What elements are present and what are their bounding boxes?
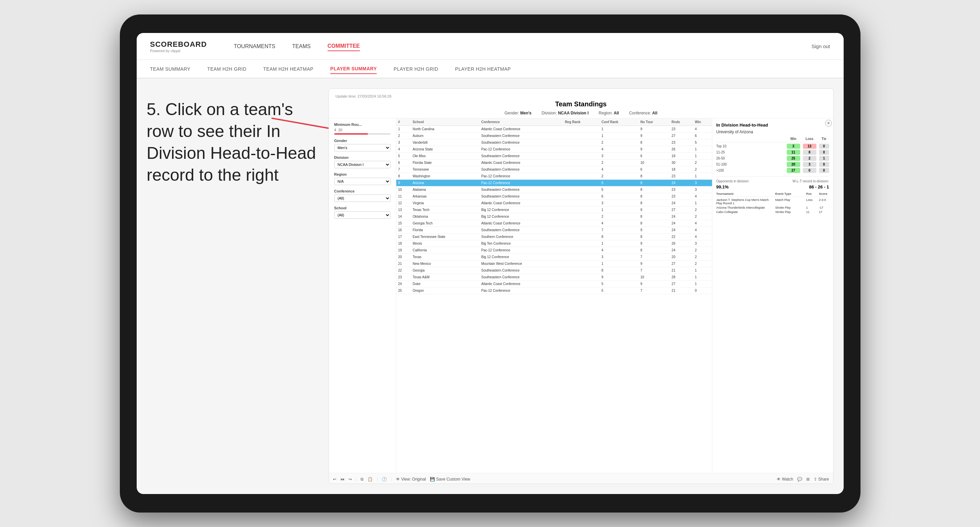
- tournament-row-2[interactable]: Arizona Thunderbirds Intercollegiate Str…: [716, 206, 829, 210]
- record-value: 86 - 26 - 1: [809, 184, 829, 189]
- col-reg-rank: Reg Rank: [563, 119, 600, 126]
- save-custom-button[interactable]: 💾 Save Custom View: [430, 477, 470, 482]
- table-row[interactable]: 15 Georgia Tech Atlantic Coast Conferenc…: [396, 220, 712, 227]
- filter-conference: Conference: All: [629, 111, 657, 116]
- divh2h-panel: In Division Head-to-Head ✕ University of…: [712, 119, 833, 473]
- table-row[interactable]: 20 Texas Big 12 Conference 3 7 20 2: [396, 254, 712, 260]
- table-row[interactable]: 14 Oklahoma Big 12 Conference 2 8 24 2: [396, 213, 712, 220]
- divh2h-tournaments: Tournament Event Type Pos Score Jackson …: [716, 192, 829, 214]
- conference-label: Conference: [334, 189, 391, 193]
- division-select[interactable]: NCAA Division I: [334, 161, 391, 168]
- table-row[interactable]: 5 Ole Miss Southeastern Conference 3 6 1…: [396, 153, 712, 160]
- region-select[interactable]: N/A: [334, 178, 391, 185]
- gender-filter: Gender Men's: [334, 139, 391, 151]
- share-button[interactable]: ⇪ Share: [814, 477, 829, 482]
- table-row[interactable]: 9 Arizona Pac-12 Conference 5 8 24 3: [396, 180, 712, 186]
- opponents-value: 99.1%: [716, 184, 729, 189]
- nav-teams[interactable]: TEAMS: [292, 42, 311, 51]
- stat-values-row: 99.1% 86 - 26 - 1: [716, 184, 829, 189]
- scoreboard-container: Update time: 27/03/2024 16:56:26 Team St…: [329, 89, 834, 484]
- tablet-screen: SCOREBOARD Powered by clippd TOURNAMENTS…: [137, 33, 844, 494]
- table-row[interactable]: 8 Washington Pac-12 Conference 2 8 23 1: [396, 173, 712, 180]
- min-rounds-slider[interactable]: [334, 133, 391, 135]
- left-filters: Minimum Rou... 4 20 Gender: [329, 119, 396, 473]
- school-select[interactable]: (All): [334, 211, 391, 219]
- table-row[interactable]: 18 Illinois Big Ten Conference 1 9 26 3: [396, 240, 712, 247]
- subnav-team-h2h-heatmap[interactable]: TEAM H2H HEATMAP: [263, 64, 313, 74]
- tablet-device: SCOREBOARD Powered by clippd TOURNAMENTS…: [120, 14, 861, 513]
- undo-button[interactable]: ↩: [333, 477, 336, 482]
- standings-table-area: # School Conference Reg Rank Conf Rank N…: [396, 119, 712, 473]
- table-row[interactable]: 13 Texas Tech Big 12 Conference 1 9 27 2: [396, 206, 712, 213]
- col-school: School: [411, 119, 479, 126]
- divh2h-row-26-50: 26-50 25 2 1: [716, 156, 829, 161]
- close-divh2h-button[interactable]: ✕: [825, 120, 832, 127]
- subnav-team-summary[interactable]: TEAM SUMMARY: [150, 64, 191, 74]
- view-original-button[interactable]: 👁 View: Original: [396, 477, 426, 482]
- table-row[interactable]: 24 Duke Atlantic Coast Conference 5 9 27…: [396, 281, 712, 287]
- table-row[interactable]: 25 Oregon Pac-12 Conference 5 7 21 0: [396, 287, 712, 294]
- table-row[interactable]: 10 Alabama Southeastern Conference 5 8 2…: [396, 186, 712, 193]
- copy-button[interactable]: ⧉: [361, 477, 364, 482]
- nav-tournaments[interactable]: TOURNAMENTS: [234, 42, 275, 51]
- divh2h-team: University of Arizona: [716, 130, 829, 134]
- col-conference: Conference: [479, 119, 563, 126]
- table-row[interactable]: 4 Arizona State Pac-12 Conference 4 9 26…: [396, 146, 712, 153]
- opponents-row: Opponents in division: W-L-T record in-d…: [716, 179, 829, 183]
- filter-division: Division: NCAA Division I: [542, 111, 589, 116]
- watch-button[interactable]: 👁 Watch: [777, 477, 793, 482]
- gender-select[interactable]: Men's: [334, 144, 391, 151]
- grid-button[interactable]: ⊞: [806, 477, 810, 482]
- subnav-player-h2h-grid[interactable]: PLAYER H2H GRID: [393, 64, 438, 74]
- nav-committee[interactable]: COMMITTEE: [328, 42, 360, 51]
- tournament-row-3[interactable]: Cabo Collegiate Stroke Play 11 17: [716, 210, 829, 214]
- table-row[interactable]: 16 Florida Southeastern Conference 7 9 2…: [396, 227, 712, 233]
- opponents-label: Opponents in division:: [716, 179, 749, 183]
- filter-region: Region: All: [598, 111, 619, 116]
- nav-bar: SCOREBOARD Powered by clippd TOURNAMENTS…: [137, 33, 844, 60]
- sub-nav: TEAM SUMMARY TEAM H2H GRID TEAM H2H HEAT…: [137, 60, 844, 78]
- conference-select[interactable]: (All): [334, 195, 391, 202]
- clock-button[interactable]: 🕐: [382, 477, 387, 482]
- table-row[interactable]: 11 Arkansas Southeastern Conference 6 8 …: [396, 193, 712, 200]
- region-filter: Region N/A: [334, 172, 391, 185]
- paste-button[interactable]: 📋: [368, 477, 373, 482]
- divh2h-table-header: Win Loss Tie: [716, 137, 829, 142]
- tournament-row-1[interactable]: Jackson T. Stephens Cup Men's Match-Play…: [716, 198, 829, 205]
- table-row[interactable]: 12 Virginia Atlantic Coast Conference 3 …: [396, 200, 712, 206]
- col-rnds: Rnds: [670, 119, 693, 126]
- school-label: School: [334, 206, 391, 210]
- table-row[interactable]: 2 Auburn Southeastern Conference 1 9 27 …: [396, 133, 712, 139]
- comment-button[interactable]: 💬: [797, 477, 802, 482]
- table-row[interactable]: 3 Vanderbilt Southeastern Conference 2 8…: [396, 139, 712, 146]
- nav-links: TOURNAMENTS TEAMS COMMITTEE: [234, 42, 791, 51]
- scoreboard-header: Update time: 27/03/2024 16:56:26 Team St…: [329, 89, 833, 119]
- gender-label: Gender: [334, 139, 391, 143]
- table-row[interactable]: 22 Georgia Southeastern Conference 8 7 2…: [396, 267, 712, 274]
- arrow-annotation: [271, 117, 332, 119]
- table-row[interactable]: 17 East Tennessee State Southern Confere…: [396, 233, 712, 240]
- subnav-team-h2h-grid[interactable]: TEAM H2H GRID: [207, 64, 247, 74]
- redo-button[interactable]: ↪: [348, 477, 352, 482]
- subnav-player-summary[interactable]: PLAYER SUMMARY: [330, 64, 377, 74]
- division-filter: Division NCAA Division I: [334, 156, 391, 168]
- sign-out-button[interactable]: Sign out: [811, 43, 830, 49]
- tournament-header: Tournament Event Type Pos Score: [716, 192, 829, 197]
- col-win: Win: [693, 119, 712, 126]
- table-row[interactable]: 21 New Mexico Mountain West Conference 1…: [396, 260, 712, 267]
- table-row[interactable]: 7 Tennessee Southeastern Conference 4 6 …: [396, 166, 712, 173]
- school-filter: School (All): [334, 206, 391, 219]
- subnav-player-h2h-heatmap[interactable]: PLAYER H2H HEATMAP: [455, 64, 511, 74]
- table-row[interactable]: 6 Florida State Atlantic Coast Conferenc…: [396, 160, 712, 166]
- step-back-button[interactable]: ⏮: [340, 477, 344, 482]
- logo-text: SCOREBOARD: [150, 40, 207, 49]
- table-row[interactable]: 19 California Pac-12 Conference 4 8 24 2: [396, 247, 712, 254]
- table-row[interactable]: 23 Texas A&M Southeastern Conference 9 1…: [396, 274, 712, 281]
- table-row[interactable]: 1 North Carolina Atlantic Coast Conferen…: [396, 126, 712, 133]
- divh2h-row-51-100: 51-100 20 3 0: [716, 162, 829, 167]
- conference-filter: Conference (All): [334, 189, 391, 202]
- logo-sub: Powered by clippd: [150, 49, 207, 53]
- divh2h-stats: Opponents in division: W-L-T record in-d…: [716, 176, 829, 189]
- min-rounds-label: Minimum Rou...: [334, 122, 391, 127]
- annotation-area: 5. Click on a team's row to see their In…: [147, 89, 322, 186]
